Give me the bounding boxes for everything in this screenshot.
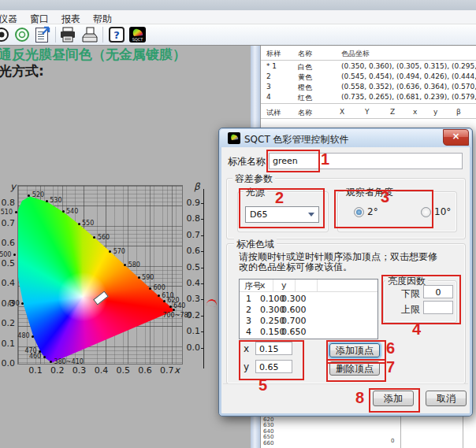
beta-tick-mark [201,331,204,332]
close-icon[interactable]: × [443,129,469,146]
dialog-title-bar[interactable]: SQCT 色彩管理控制软件 × [220,129,471,147]
table-cell[interactable]: (0.735, 0.265), (0.681, 0.239), (0.579, … [341,93,476,101]
column-header: Z [390,108,395,116]
dark-circle-icon[interactable] [0,26,11,43]
gamut-group-label: 标准色域 [234,238,277,251]
sqct-icon[interactable]: SQCT [128,26,147,43]
vertex-list[interactable]: 序号xy 10.1000.30020.3000.60030.2500.70040… [239,279,378,339]
wavelength-label: 600 [154,284,165,291]
beta-tick-mark [201,251,204,252]
wavelength-label: 520 [32,191,44,198]
wavelength-label: 560 [98,234,110,241]
beta-tick-mark [201,219,204,220]
column-header: 标样 [266,49,281,59]
locus-dot [78,223,80,225]
tolerance-group-label: 容差参数 [232,172,275,186]
y-tick-label: 0.2 [0,318,15,328]
table-cell[interactable]: 2 [266,72,271,80]
vertex-cell[interactable]: 1 [246,294,251,304]
table-cell[interactable]: * 1 [266,62,277,70]
x-tick-label: 0.4 [93,365,109,376]
beta-axis: β 0.90.80.70.60.50.40.30.20.10.0 [181,180,219,408]
column-header: β [456,108,461,116]
table-cell[interactable]: 橙色 [298,83,312,93]
vertex-cell[interactable]: 0.650 [281,327,307,337]
annotation-box-4 [381,275,461,324]
y-axis-label: y [10,181,16,192]
wavelength-label: 550 [82,220,94,227]
standard-name-label: 标准名称: [228,155,269,168]
green-circle-icon[interactable] [13,26,32,43]
column-header: 试样 [266,108,281,118]
beta-axis-label: β [194,181,200,192]
vertex-cell[interactable]: 2 [246,305,251,315]
x-tick-label: 0.6 [137,365,153,376]
vertex-cell[interactable]: 0.300 [281,294,307,304]
table-cell[interactable]: 黄色 [298,72,312,83]
help-icon[interactable]: ? [107,26,126,43]
table-divider [261,103,476,104]
table-cell[interactable]: 3 [266,83,271,91]
vertex-column-header: y [281,280,287,291]
x-tick-label: 0.3 [72,365,87,376]
vertex-cell[interactable]: 4 [246,327,251,337]
dialog-title: SQCT 色彩管理控制软件 [244,133,349,146]
beta-tick-mark [201,235,204,236]
svg-text:?: ? [113,29,120,41]
page-title: 通反光膜昼间色（无金属镀膜） [0,46,186,64]
y-tick-label: 0.1 [0,339,15,349]
annotation-box-5 [239,340,304,380]
table-cell[interactable]: (0.545, 0.454), (0.494, 0.426), (0.444, … [341,72,476,80]
spectral-value: 0 [391,438,394,444]
sqct-dialog-icon [228,132,241,145]
locus-dot [169,305,172,308]
cancel-button[interactable]: 取消 [426,391,467,406]
column-header: x [413,108,417,116]
wavelength-label: 590 [142,274,154,281]
column-header: 色品坐标 [341,49,370,59]
column-divider [295,280,296,291]
column-divider [317,280,318,291]
beta-tick-label: 0.8 [181,213,200,224]
wavelength-label: 540 [66,208,78,215]
vertex-cell[interactable]: 3 [246,316,251,326]
beta-tick-mark [201,348,204,349]
svg-text:SQCT: SQCT [132,37,144,42]
table-cell[interactable]: 红色 [298,93,312,103]
column-header: y [433,108,437,116]
beta-tick-mark [201,268,204,268]
annotation-box-1 [266,150,320,172]
locus-dot [62,210,65,213]
x-tick-label: 0.2 [50,365,65,376]
list-header-divider [240,291,377,292]
y-tick-label: 0.7 [0,218,15,228]
vertex-cell[interactable]: 0.700 [281,316,307,326]
x-tick-label: 0.1 [28,365,43,376]
wavelength-label: 510 [1,209,13,216]
cie-plot-area[interactable] [17,185,183,365]
table-cell[interactable]: (0.558, 0.352), (0.636, 0.364), (0.570, … [341,83,476,91]
table-cell[interactable]: 白色 [298,62,312,72]
annotation-number-6: 6 [386,339,395,357]
vertex-column-header: x [260,280,266,291]
menu-bar: 仪器窗口报表帮助 [0,10,476,24]
chart-gridline [463,414,463,448]
print-preview-icon[interactable] [80,26,99,43]
table-cell[interactable]: 4 [266,93,271,101]
column-header: 名称 [298,108,312,118]
beta-tick-label: 0.1 [181,326,200,336]
instruction-line2: 改的色品坐标可修改该值。 [239,261,352,274]
y-tick-label: 0.0 [0,358,15,368]
locus-dot [163,300,165,302]
report-export-icon[interactable] [33,26,52,43]
annotation-number-4: 4 [412,320,421,339]
locus-dot [32,335,34,338]
y-tick-label: 0.4 [0,278,15,288]
window-title-strip [0,0,476,10]
wavelength-label: 530 [50,197,61,204]
locus-dot [43,356,46,358]
vertex-cell[interactable]: 0.600 [281,305,307,315]
table-cell[interactable]: (0.350, 0.360), (0.305, 0.315), (0.295, … [341,62,476,70]
beta-tick-label: 0.4 [181,278,200,288]
print-icon[interactable] [58,26,77,43]
